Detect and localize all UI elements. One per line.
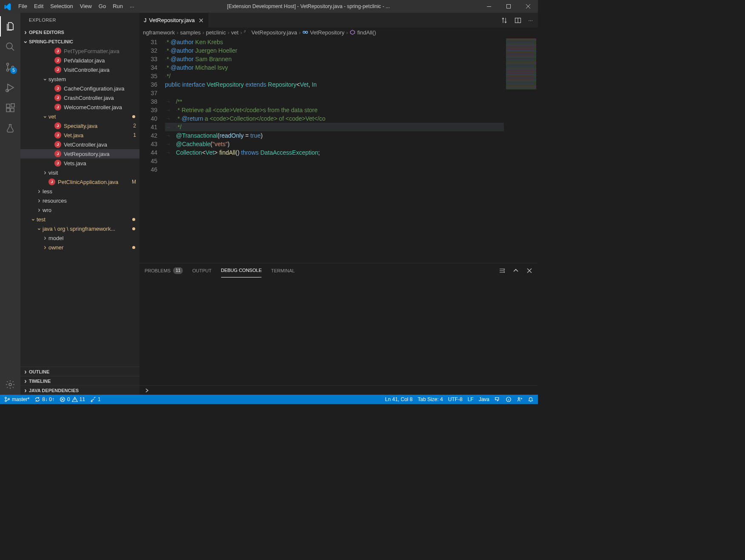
menu-view[interactable]: View <box>77 0 95 13</box>
breadcrumb-segment[interactable]: JVetRepository.java <box>244 29 297 36</box>
folder-resources[interactable]: resources <box>20 196 139 205</box>
folder-system[interactable]: system <box>20 74 139 84</box>
tree-label: system <box>48 76 139 82</box>
tree-label: PetValidator.java <box>64 57 139 64</box>
file-visitcontroller-java[interactable]: JVisitController.java <box>20 65 139 74</box>
file-tree[interactable]: JPetTypeFormatter.javaJPetValidator.java… <box>20 46 139 367</box>
close-button[interactable] <box>518 0 538 13</box>
tree-label: VisitController.java <box>64 67 139 73</box>
compare-changes-icon[interactable] <box>501 17 508 24</box>
breadcrumb-segment[interactable]: ngframework <box>143 29 175 36</box>
breadcrumb-segment[interactable]: findAll() <box>350 29 376 36</box>
panel-tab-terminal[interactable]: TERMINAL <box>271 263 295 277</box>
minimize-button[interactable] <box>479 0 499 13</box>
status-live-share-icon[interactable] <box>514 395 525 404</box>
folder-less[interactable]: less <box>20 187 139 196</box>
explorer-activity-icon[interactable] <box>0 16 20 37</box>
breadcrumbs[interactable]: ngframework›samples›petclinic›vet›JVetRe… <box>139 28 538 37</box>
folder-java-org-springframework-[interactable]: java \ org \ springframework... <box>20 224 139 233</box>
sidebar-section-spring-petclinic[interactable]: SPRING-PETCLINIC <box>20 37 139 46</box>
breadcrumb-segment[interactable]: petclinic <box>206 29 226 36</box>
status-position[interactable]: Ln 41, Col 8 <box>383 395 415 404</box>
status-feedback-icon[interactable] <box>492 395 503 404</box>
file-vets-java[interactable]: JVets.java <box>20 158 139 168</box>
breadcrumb-segment[interactable]: samples <box>180 29 200 36</box>
status-branch[interactable]: master* <box>2 395 32 404</box>
close-panel-icon[interactable] <box>526 267 533 274</box>
tab-label: VetRepository.java <box>149 17 195 23</box>
git-modified-dot-icon <box>132 246 135 249</box>
status-errors-label: 0 <box>67 396 70 402</box>
settings-activity-icon[interactable] <box>0 374 20 395</box>
scm-activity-icon[interactable]: 5 <box>0 57 20 77</box>
panel-tab-debug-console[interactable]: DEBUG CONSOLE <box>221 263 262 277</box>
debug-activity-icon[interactable] <box>0 77 20 98</box>
status-language[interactable]: Java <box>476 395 492 404</box>
filter-icon[interactable] <box>499 267 506 274</box>
file-petclinicapplication-java[interactable]: JPetClinicApplication.javaM <box>20 177 139 187</box>
tab-vetrepository[interactable]: J VetRepository.java <box>139 13 209 28</box>
menu-file[interactable]: File <box>15 0 31 13</box>
more-actions-icon[interactable]: ··· <box>528 17 533 23</box>
status-encoding[interactable]: UTF-8 <box>446 395 465 404</box>
menu-selection[interactable]: Selection <box>47 0 76 13</box>
sidebar-section-java-dependencies[interactable]: JAVA DEPENDENCIES <box>20 385 139 395</box>
menu-overflow-icon[interactable]: ··· <box>126 3 138 10</box>
folder-vet[interactable]: vet <box>20 112 139 121</box>
sidebar-section-open-editors[interactable]: OPEN EDITORS <box>20 28 139 37</box>
menu-run[interactable]: Run <box>109 0 126 13</box>
extensions-activity-icon[interactable] <box>0 98 20 118</box>
collapse-panel-icon[interactable] <box>512 267 519 274</box>
file-welcomecontroller-java[interactable]: JWelcomeController.java <box>20 102 139 112</box>
file-vetrepository-java[interactable]: JVetRepository.java <box>20 149 139 158</box>
file-petvalidator-java[interactable]: JPetValidator.java <box>20 56 139 65</box>
file-specialty-java[interactable]: JSpecialty.java2 <box>20 121 139 130</box>
split-editor-icon[interactable] <box>515 17 521 24</box>
maximize-button[interactable] <box>499 0 518 13</box>
file-pettypeformatter-java[interactable]: JPetTypeFormatter.java <box>20 46 139 56</box>
testing-activity-icon[interactable] <box>0 118 20 139</box>
chevron-right-icon <box>36 197 43 204</box>
file-vet-java[interactable]: JVet.java1 <box>20 130 139 140</box>
breadcrumb-segment[interactable]: vet <box>231 29 239 36</box>
chevron-right-icon <box>144 387 150 393</box>
file-crashcontroller-java[interactable]: JCrashController.java <box>20 93 139 102</box>
code-editor[interactable]: 31323334353637383940414243444546 ·*·@aut… <box>139 37 538 263</box>
tree-label: PetClinicApplication.java <box>58 179 128 185</box>
status-bell-icon[interactable] <box>525 395 536 404</box>
file-cacheconfiguration-java[interactable]: JCacheConfiguration.java <box>20 84 139 93</box>
git-decoration: 1 <box>130 132 139 138</box>
menu-go[interactable]: Go <box>95 0 109 13</box>
panel-body[interactable] <box>139 277 538 385</box>
sidebar-section-outline[interactable]: OUTLINE <box>20 367 139 376</box>
breadcrumb-segment[interactable]: VetRepository <box>302 29 344 36</box>
status-tabsize[interactable]: Tab Size: 4 <box>415 395 445 404</box>
panel-tab-output[interactable]: OUTPUT <box>192 263 211 277</box>
folder-wro[interactable]: wro <box>20 205 139 215</box>
tree-label: wro <box>43 207 139 213</box>
status-problems[interactable]: 0 11 <box>57 395 88 404</box>
sidebar-section-timeline[interactable]: TIMELINE <box>20 376 139 385</box>
panel-tab-problems[interactable]: PROBLEMS11 <box>145 263 183 277</box>
status-sync[interactable]: 8↓ 0↑ <box>32 395 57 404</box>
search-activity-icon[interactable] <box>0 37 20 57</box>
chevron-right-icon <box>36 188 43 195</box>
java-file-icon: J <box>48 178 55 185</box>
tree-label: WelcomeController.java <box>64 104 139 110</box>
panel-breadcrumb[interactable] <box>139 385 538 395</box>
java-file-icon: J <box>54 48 61 54</box>
status-eol[interactable]: LF <box>465 395 476 404</box>
folder-visit[interactable]: visit <box>20 168 139 177</box>
minimap[interactable] <box>504 37 538 263</box>
folder-test[interactable]: test <box>20 215 139 224</box>
code-content[interactable]: ·*·@author·Ken·Krebs·*·@author·Juergen·H… <box>165 37 504 263</box>
panel-tabs: PROBLEMS11OUTPUTDEBUG CONSOLETERMINAL <box>139 263 538 277</box>
status-ports[interactable]: 1 <box>88 395 103 404</box>
status-info-icon[interactable] <box>503 395 514 404</box>
folder-owner[interactable]: owner <box>20 243 139 252</box>
folder-model[interactable]: model <box>20 233 139 243</box>
close-tab-icon[interactable] <box>198 17 204 23</box>
file-vetcontroller-java[interactable]: JVetController.java <box>20 140 139 149</box>
scm-badge: 5 <box>10 67 17 74</box>
menu-edit[interactable]: Edit <box>31 0 47 13</box>
